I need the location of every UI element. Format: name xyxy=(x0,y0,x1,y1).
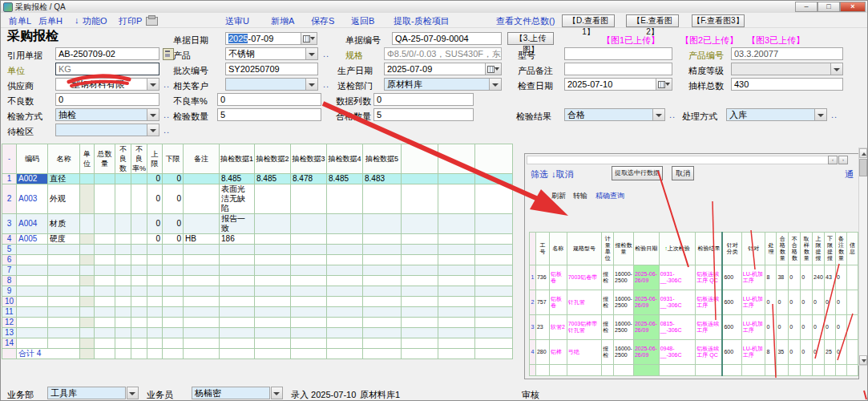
table-cell[interactable] xyxy=(48,245,80,255)
table-cell[interactable] xyxy=(163,276,184,286)
table-cell[interactable] xyxy=(402,184,438,214)
popup-table-cell[interactable]: 0 xyxy=(789,265,801,290)
table-cell[interactable] xyxy=(115,276,131,286)
popup-table-cell[interactable]: 280 xyxy=(535,340,549,365)
row-number[interactable]: 8 xyxy=(2,276,17,286)
table-cell[interactable] xyxy=(131,338,147,349)
table-cell[interactable] xyxy=(327,338,363,349)
next-doc-link[interactable]: 后单H xyxy=(38,15,63,27)
table-cell[interactable] xyxy=(327,286,363,297)
table-cell[interactable] xyxy=(327,276,363,286)
table-cell[interactable] xyxy=(475,307,513,318)
ref-lookup-icon[interactable] xyxy=(163,48,174,60)
table-cell[interactable] xyxy=(115,297,131,307)
table-cell[interactable] xyxy=(255,245,291,255)
popup-table-cell[interactable]: 铝板连续工序 QC xyxy=(696,265,723,290)
table-cell[interactable] xyxy=(363,214,402,234)
customer-combobox[interactable] xyxy=(225,78,318,91)
popup-table-cell[interactable]: 8 xyxy=(765,265,777,290)
table-cell[interactable] xyxy=(438,297,475,307)
ref-bill-field[interactable]: AB-250709-02 xyxy=(55,47,159,60)
table-cell[interactable] xyxy=(327,265,363,276)
popup-table-cell[interactable]: 针孔管 xyxy=(567,290,602,315)
popup-table-cell[interactable]: 16000-2500 xyxy=(614,265,634,290)
popup-column-header[interactable]: 规格型号 xyxy=(567,233,602,265)
prod-date-field[interactable]: 2025-07-09 xyxy=(384,63,502,75)
table-cell[interactable] xyxy=(147,338,163,349)
popup-table-cell[interactable]: 铝板连续工序 xyxy=(696,290,723,315)
table-cell[interactable] xyxy=(402,174,438,184)
table-cell[interactable] xyxy=(291,307,327,318)
table-cell[interactable] xyxy=(402,338,438,349)
popup-table-cell[interactable]: 0 xyxy=(836,315,847,340)
table-cell[interactable] xyxy=(291,255,327,265)
table-cell[interactable] xyxy=(115,338,131,349)
table-cell[interactable] xyxy=(163,265,184,276)
popup-table-cell[interactable]: 16000-2500 xyxy=(614,315,634,340)
popup-table-cell[interactable]: LU-机加工序 xyxy=(741,265,765,290)
table-cell[interactable] xyxy=(48,307,80,318)
popup-table-cell[interactable]: 7003铝卷带 xyxy=(567,265,602,290)
table-cell[interactable] xyxy=(184,265,220,276)
table-cell[interactable] xyxy=(438,265,475,276)
popup-table-cell[interactable]: 0 xyxy=(813,290,825,315)
column-header[interactable]: 抽检数据2 xyxy=(255,144,291,174)
defect-rate-field[interactable]: 0 xyxy=(217,93,321,106)
popup-cancel-filter-link[interactable]: ↓取消 xyxy=(551,168,574,180)
popup-table-cell[interactable]: LU-机加工序 xyxy=(741,315,765,340)
popup-precise-query-link[interactable]: 精确查询 xyxy=(595,191,624,201)
table-cell[interactable] xyxy=(115,184,131,214)
popup-refresh-link[interactable]: 刷新 xyxy=(551,191,566,201)
popup-column-header[interactable]: 不合格数 xyxy=(789,233,801,265)
table-cell[interactable] xyxy=(220,255,255,265)
row-number[interactable]: 3 xyxy=(530,315,536,340)
table-cell[interactable] xyxy=(327,255,363,265)
table-cell[interactable] xyxy=(115,174,131,184)
popup-table-cell[interactable]: 600 xyxy=(722,340,741,365)
table-cell[interactable] xyxy=(291,286,327,297)
table-cell[interactable] xyxy=(163,245,184,255)
popup-table-cell[interactable]: 23 xyxy=(535,315,549,340)
table-cell[interactable] xyxy=(220,297,255,307)
popup-filter-link[interactable]: 筛选 xyxy=(531,168,548,180)
popup-table-cell[interactable]: 600 xyxy=(722,315,741,340)
table-cell[interactable] xyxy=(327,245,363,255)
table-cell[interactable] xyxy=(291,338,327,349)
table-cell[interactable] xyxy=(438,338,475,349)
table-cell[interactable] xyxy=(255,184,291,214)
table-cell[interactable] xyxy=(48,338,80,349)
popup-table-cell[interactable]: 0 xyxy=(813,340,825,365)
table-cell[interactable]: 0 xyxy=(147,184,163,214)
printer-icon[interactable] xyxy=(146,17,158,26)
table-cell[interactable] xyxy=(291,265,327,276)
popup-table-cell[interactable]: LU-机加工序 xyxy=(741,290,765,315)
table-cell[interactable] xyxy=(438,307,475,318)
table-cell[interactable] xyxy=(327,297,363,307)
table-cell[interactable] xyxy=(48,297,80,307)
model-field[interactable] xyxy=(564,47,672,60)
popup-column-header[interactable]: 处理 xyxy=(765,233,777,265)
popup-table-cell[interactable]: 7003铝棒带针孔管 xyxy=(567,315,602,340)
sample-total-field[interactable]: 430 xyxy=(731,78,843,91)
supplier-more-dots[interactable]: .. xyxy=(164,79,170,89)
table-cell[interactable] xyxy=(95,255,115,265)
table-cell[interactable] xyxy=(17,318,48,328)
table-cell[interactable] xyxy=(80,318,95,328)
table-cell[interactable] xyxy=(402,328,438,338)
table-cell[interactable] xyxy=(255,234,291,245)
popup-table-cell[interactable]: 报检 xyxy=(602,340,614,365)
table-cell[interactable] xyxy=(17,328,48,338)
table-cell[interactable] xyxy=(48,255,80,265)
table-cell[interactable] xyxy=(402,214,438,234)
popup-table-cell[interactable]: 0 xyxy=(789,290,801,315)
table-cell[interactable] xyxy=(115,234,131,245)
popup-table-cell[interactable]: 2025-06-26/09 xyxy=(633,265,659,290)
table-cell[interactable] xyxy=(438,214,475,234)
table-cell[interactable] xyxy=(363,276,402,286)
table-cell[interactable]: 8.483 xyxy=(363,174,402,184)
table-cell[interactable] xyxy=(438,234,475,245)
table-cell[interactable] xyxy=(475,276,513,286)
table-cell[interactable] xyxy=(48,265,80,276)
table-cell[interactable] xyxy=(475,297,513,307)
table-cell[interactable] xyxy=(131,265,147,276)
